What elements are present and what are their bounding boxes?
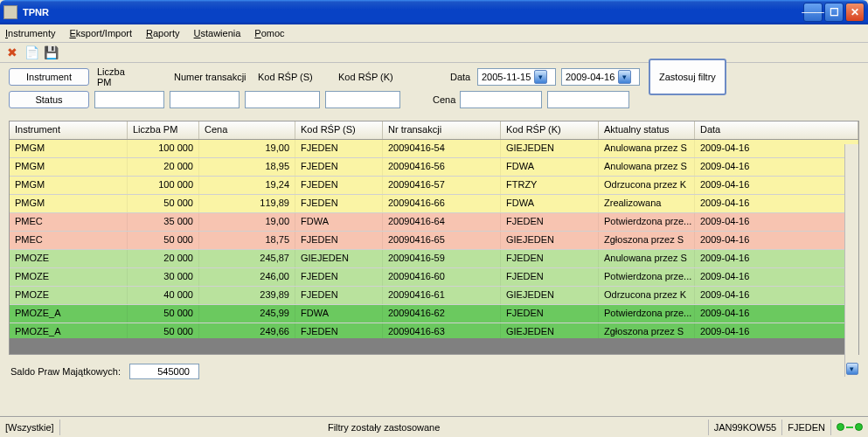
col-kod-rsp-s[interactable]: Kod RŚP (S) [295, 121, 383, 139]
delete-icon[interactable]: ✖ [5, 45, 19, 59]
menu-instrumenty[interactable]: IInstrumentynstrumenty [5, 28, 55, 38]
cell: Odrzucona przez K [599, 177, 695, 194]
cell: 20090416-57 [383, 177, 501, 194]
data-grid: Instrument Liczba PM Cena Kod RŚP (S) Nr… [9, 121, 859, 355]
table-row[interactable]: PMOZE20 000245,87GIEJEDEN20090416-59FJED… [10, 250, 858, 268]
menu-pomoc[interactable]: Pomoc [254, 28, 284, 38]
table-row[interactable]: PMOZE_A50 000245,99FDWA20090416-62FJEDEN… [10, 305, 858, 323]
status-user: JAN99KOW55 [714, 422, 777, 433]
liczba-pm-label: Liczba PM [94, 66, 143, 87]
cell: 119,89 [199, 195, 295, 212]
chevron-down-icon[interactable]: ▾ [534, 70, 547, 84]
table-row[interactable]: PMOZE_A50 000249,66FJEDEN20090416-63GIEJ… [10, 323, 858, 338]
cell: FJEDEN [295, 232, 383, 249]
chevron-down-icon[interactable]: ▾ [618, 70, 631, 84]
filter-panel: Instrument Liczba PM Numer transakcji Ko… [0, 63, 868, 117]
statusbar: [Wszystkie] Filtry zostały zastosowane J… [0, 416, 868, 437]
cell: 50 000 [128, 232, 199, 249]
cell: 50 000 [128, 323, 199, 338]
vertical-scrollbar[interactable]: ▾ [844, 144, 858, 377]
cena-label: Cena [430, 94, 455, 105]
col-status[interactable]: Aktualny status [599, 121, 695, 139]
cell: 19,24 [199, 177, 295, 194]
table-row[interactable]: PMEC35 00019,00FDWA20090416-64FJEDENPotw… [10, 213, 858, 232]
cell: FJEDEN [295, 177, 383, 194]
cell: Anulowana przez S [599, 140, 695, 157]
table-row[interactable]: PMGM100 00019,00FJEDEN20090416-54GIEJEDE… [10, 140, 858, 158]
kod-rsp-k-input[interactable] [325, 91, 400, 108]
cell: 19,00 [199, 213, 295, 231]
cell: PMGM [10, 140, 128, 157]
new-icon[interactable]: 📄 [24, 45, 38, 59]
cell: 100 000 [128, 140, 199, 157]
col-cena[interactable]: Cena [199, 121, 295, 139]
liczba-pm-input[interactable] [94, 91, 164, 108]
toolbar: ✖ 📄 💾 [0, 43, 868, 63]
kod-rsp-s-input[interactable] [245, 91, 320, 108]
cell: 246,00 [199, 268, 295, 286]
minimize-button[interactable]: ─── [803, 3, 823, 22]
date-to-select[interactable]: 2009-04-16 ▾ [561, 68, 640, 86]
cell: GIEJEDEN [501, 140, 599, 157]
table-row[interactable]: PMOZE30 000246,00FJEDEN20090416-60FJEDEN… [10, 268, 858, 287]
cell: 2009-04-16 [695, 195, 858, 212]
table-row[interactable]: PMEC50 00018,75FJEDEN20090416-65GIEJEDEN… [10, 232, 858, 250]
cell: FJEDEN [295, 268, 383, 286]
cell: PMGM [10, 158, 128, 176]
cell: 249,66 [199, 323, 295, 338]
cell: FDWA [501, 158, 599, 176]
status-filter-button[interactable]: Status [9, 91, 89, 108]
cena-to-input[interactable] [547, 91, 629, 108]
close-button[interactable]: ✕ [845, 3, 865, 22]
cell: 40 000 [128, 287, 199, 304]
col-kod-rsp-k[interactable]: Kod RŚP (K) [501, 121, 599, 139]
cell: 20090416-65 [383, 232, 501, 249]
cell: PMOZE [10, 287, 128, 304]
cell: FJEDEN [295, 323, 383, 338]
cell: 19,00 [199, 140, 295, 157]
cell: Potwierdzona prze... [599, 213, 695, 231]
col-liczba-pm[interactable]: Liczba PM [128, 121, 199, 139]
scroll-down-icon[interactable]: ▾ [846, 363, 858, 375]
cell: 50 000 [128, 305, 199, 323]
table-row[interactable]: PMOZE40 000239,89FJEDEN20090416-61GIEJED… [10, 287, 858, 305]
cell: 2009-04-16 [695, 287, 858, 304]
grid-body[interactable]: PMGM100 00019,00FJEDEN20090416-54GIEJEDE… [10, 140, 858, 338]
connection-indicator [837, 423, 863, 431]
menu-eksport[interactable]: Eksport/Import [69, 28, 132, 38]
menu-ustawienia[interactable]: Ustawienia [194, 28, 241, 38]
data-label: Data [448, 72, 472, 82]
apply-filters-button[interactable]: Zastosuj filtry [649, 59, 726, 95]
col-nr-transakcji[interactable]: Nr transakcji [383, 121, 501, 139]
col-data[interactable]: Data [695, 121, 858, 139]
save-icon[interactable]: 💾 [44, 45, 58, 59]
status-message: Filtry zostały zastosowane [66, 422, 703, 433]
table-row[interactable]: PMGM50 000119,89FJEDEN20090416-66FDWAZre… [10, 195, 858, 213]
cell: 2009-04-16 [695, 140, 858, 157]
date-from-value: 2005-11-15 [482, 72, 531, 82]
cell: 20090416-66 [383, 195, 501, 212]
cell: 2009-04-16 [695, 268, 858, 286]
numer-transakcji-input[interactable] [170, 91, 240, 108]
table-row[interactable]: PMGM100 00019,24FJEDEN20090416-57FTRZYOd… [10, 177, 858, 195]
kod-rsp-s-label: Kod RŚP (S) [255, 72, 316, 82]
maximize-button[interactable]: ☐ [824, 3, 844, 22]
kod-rsp-k-label: Kod RŚP (K) [336, 72, 397, 82]
cell: 18,75 [199, 232, 295, 249]
titlebar: TPNR ─── ☐ ✕ [0, 0, 868, 24]
col-instrument[interactable]: Instrument [10, 121, 128, 139]
status-left: [Wszystkie] [5, 422, 54, 433]
cell: 2009-04-16 [695, 250, 858, 267]
cell: 20090416-63 [383, 323, 501, 338]
menu-raporty[interactable]: Raporty [146, 28, 180, 38]
cena-from-input[interactable] [460, 91, 542, 108]
balance-value: 545000 [129, 364, 199, 379]
cell: PMOZE_A [10, 305, 128, 323]
cell: 2009-04-16 [695, 177, 858, 194]
cell: Odrzucona przez K [599, 287, 695, 304]
cell: 100 000 [128, 177, 199, 194]
table-row[interactable]: PMGM20 00018,95FJEDEN20090416-56FDWAAnul… [10, 158, 858, 177]
led-icon [855, 423, 863, 431]
instrument-filter-button[interactable]: Instrument [9, 68, 89, 86]
date-from-select[interactable]: 2005-11-15 ▾ [477, 68, 556, 86]
